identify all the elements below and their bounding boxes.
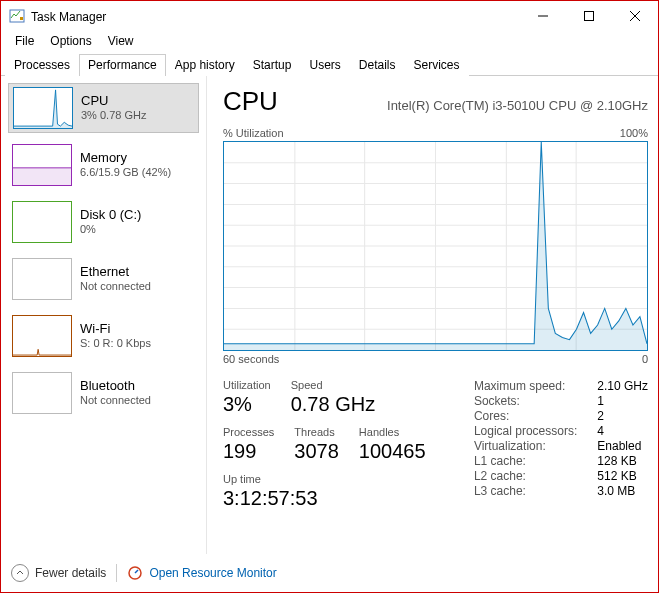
memory-thumb-icon xyxy=(12,144,72,186)
window-title: Task Manager xyxy=(31,9,520,24)
stat-uptime: Up time 3:12:57:53 xyxy=(223,473,318,510)
sidebar-item-wifi[interactable]: Wi-Fi S: 0 R: 0 Kbps xyxy=(8,311,199,361)
stat-speed: Speed 0.78 GHz xyxy=(291,379,375,416)
sidebar-item-label: Disk 0 (C:) xyxy=(80,207,141,223)
chart-label-bottom-right: 0 xyxy=(642,353,648,365)
cpu-full-name: Intel(R) Core(TM) i3-5010U CPU @ 2.10GHz xyxy=(298,98,648,117)
detail-value: 2.10 GHz xyxy=(597,379,648,393)
sidebar-item-memory[interactable]: Memory 6.6/15.9 GB (42%) xyxy=(8,140,199,190)
detail-label: Sockets: xyxy=(474,394,577,408)
page-title: CPU xyxy=(223,86,278,117)
detail-value: 2 xyxy=(597,409,648,423)
sidebar-item-label: Wi-Fi xyxy=(80,321,151,337)
sidebar: CPU 3% 0.78 GHz Memory 6.6/15.9 GB (42%)… xyxy=(1,76,207,554)
detail-label: Virtualization: xyxy=(474,439,577,453)
detail-value: 4 xyxy=(597,424,648,438)
fewer-details-button[interactable]: Fewer details xyxy=(11,564,106,582)
stat-utilization: Utilization 3% xyxy=(223,379,271,416)
chart-label-top-right: 100% xyxy=(620,127,648,139)
fewer-details-label: Fewer details xyxy=(35,566,106,580)
detail-value: 3.0 MB xyxy=(597,484,648,498)
resource-monitor-icon xyxy=(127,565,143,581)
menubar: File Options View xyxy=(1,31,658,51)
close-button[interactable] xyxy=(612,1,658,31)
sidebar-item-sub: 6.6/15.9 GB (42%) xyxy=(80,166,171,180)
detail-value: 1 xyxy=(597,394,648,408)
tab-users[interactable]: Users xyxy=(300,54,349,76)
svg-line-25 xyxy=(135,570,138,573)
detail-value: 128 KB xyxy=(597,454,648,468)
sidebar-item-ethernet[interactable]: Ethernet Not connected xyxy=(8,254,199,304)
menu-options[interactable]: Options xyxy=(42,32,99,50)
main-pane: CPU Intel(R) Core(TM) i3-5010U CPU @ 2.1… xyxy=(207,76,658,554)
stat-handles: Handles 100465 xyxy=(359,426,426,463)
menu-view[interactable]: View xyxy=(100,32,142,50)
tab-startup[interactable]: Startup xyxy=(244,54,301,76)
footer: Fewer details Open Resource Monitor xyxy=(1,554,658,592)
disk-thumb-icon xyxy=(12,201,72,243)
sidebar-item-sub: 3% 0.78 GHz xyxy=(81,109,146,123)
open-resource-monitor-link[interactable]: Open Resource Monitor xyxy=(127,565,276,581)
svg-rect-1 xyxy=(20,17,23,20)
sidebar-item-sub: S: 0 R: 0 Kbps xyxy=(80,337,151,351)
svg-marker-6 xyxy=(14,90,72,128)
sidebar-item-sub: 0% xyxy=(80,223,141,237)
tab-processes[interactable]: Processes xyxy=(5,54,79,76)
separator xyxy=(116,564,117,582)
cpu-utilization-chart xyxy=(223,141,648,351)
tab-services[interactable]: Services xyxy=(405,54,469,76)
sidebar-item-sub: Not connected xyxy=(80,394,151,408)
bluetooth-thumb-icon xyxy=(12,372,72,414)
sidebar-item-disk[interactable]: Disk 0 (C:) 0% xyxy=(8,197,199,247)
detail-label: Logical processors: xyxy=(474,424,577,438)
detail-label: L1 cache: xyxy=(474,454,577,468)
detail-value: 512 KB xyxy=(597,469,648,483)
tab-app-history[interactable]: App history xyxy=(166,54,244,76)
wifi-thumb-icon xyxy=(12,315,72,357)
task-manager-icon xyxy=(9,8,25,24)
chevron-up-icon xyxy=(11,564,29,582)
sidebar-item-label: Bluetooth xyxy=(80,378,151,394)
stat-processes: Processes 199 xyxy=(223,426,274,463)
sidebar-item-label: Ethernet xyxy=(80,264,151,280)
stat-threads: Threads 3078 xyxy=(294,426,339,463)
sidebar-item-cpu[interactable]: CPU 3% 0.78 GHz xyxy=(8,83,199,133)
window-controls xyxy=(520,1,658,31)
tabstrip: Processes Performance App history Startu… xyxy=(1,53,658,76)
titlebar: Task Manager xyxy=(1,1,658,31)
cpu-details-table: Maximum speed: 2.10 GHz Sockets: 1 Cores… xyxy=(474,379,648,520)
maximize-button[interactable] xyxy=(566,1,612,31)
sidebar-item-bluetooth[interactable]: Bluetooth Not connected xyxy=(8,368,199,418)
sidebar-item-sub: Not connected xyxy=(80,280,151,294)
cpu-thumb-icon xyxy=(13,87,73,129)
detail-label: Cores: xyxy=(474,409,577,423)
tab-details[interactable]: Details xyxy=(350,54,405,76)
chart-label-top-left: % Utilization xyxy=(223,127,284,139)
detail-label: L2 cache: xyxy=(474,469,577,483)
menu-file[interactable]: File xyxy=(7,32,42,50)
detail-value: Enabled xyxy=(597,439,648,453)
sidebar-item-label: CPU xyxy=(81,93,146,109)
tab-performance[interactable]: Performance xyxy=(79,54,166,76)
detail-label: L3 cache: xyxy=(474,484,577,498)
chart-label-bottom-left: 60 seconds xyxy=(223,353,279,365)
sidebar-item-label: Memory xyxy=(80,150,171,166)
ethernet-thumb-icon xyxy=(12,258,72,300)
svg-rect-7 xyxy=(13,168,71,185)
minimize-button[interactable] xyxy=(520,1,566,31)
detail-label: Maximum speed: xyxy=(474,379,577,393)
svg-rect-3 xyxy=(585,12,594,21)
open-resource-monitor-label: Open Resource Monitor xyxy=(149,566,276,580)
